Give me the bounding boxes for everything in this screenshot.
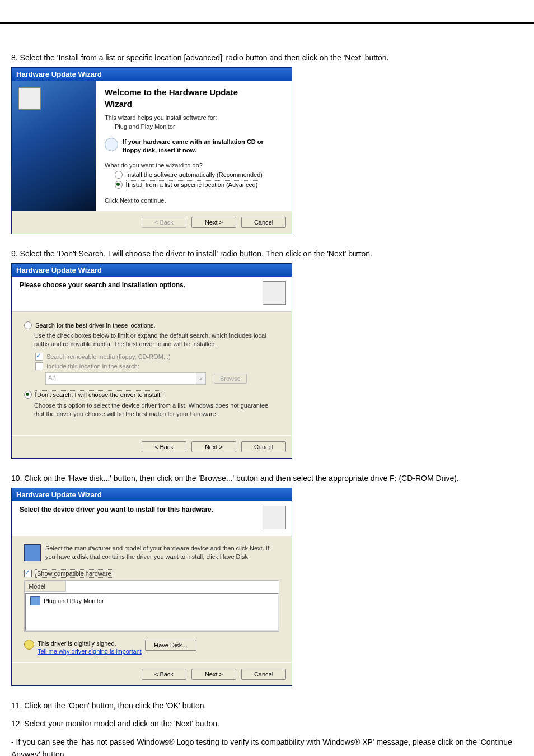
radio-dont-search-label: Don't search. I will choose the driver t… bbox=[35, 390, 163, 399]
path-input: A:\ bbox=[45, 372, 196, 385]
next-button[interactable]: Next > bbox=[191, 217, 236, 228]
radio-icon bbox=[115, 181, 123, 189]
step-8: 8. Select the 'Install from a list or sp… bbox=[11, 52, 523, 64]
model-column-header: Model bbox=[25, 581, 66, 592]
welcome-heading-1: Welcome to the Hardware Update bbox=[105, 87, 283, 97]
dont-search-sub-text: Choose this option to select the device … bbox=[34, 402, 279, 418]
device-name: Plug and Play Monitor bbox=[115, 123, 283, 130]
signed-text: This driver is digitally signed. bbox=[38, 640, 142, 647]
cancel-button[interactable]: Cancel bbox=[241, 669, 286, 680]
dialog-header: Please choose your search and installati… bbox=[20, 281, 185, 289]
step-10: 10. Click on the 'Have disk...' button, … bbox=[11, 472, 523, 484]
insert-cd-note: If your hardware came with an installati… bbox=[123, 138, 283, 154]
next-button[interactable]: Next > bbox=[191, 669, 236, 680]
why-signing-link[interactable]: Tell me why driver signing is important bbox=[38, 648, 142, 655]
have-disk-button[interactable]: Have Disk... bbox=[145, 640, 196, 651]
step-11: 11. Click on the 'Open' button, then cli… bbox=[11, 699, 523, 712]
step-9: 9. Select the 'Don't Search. I will choo… bbox=[11, 248, 523, 260]
back-button: < Back bbox=[142, 217, 186, 228]
helps-text: This wizard helps you install software f… bbox=[105, 114, 283, 121]
wizard-welcome-dialog: Hardware Update Wizard Welcome to the Ha… bbox=[11, 67, 292, 234]
path-dropdown-button: v bbox=[196, 372, 206, 385]
chip-icon bbox=[18, 87, 41, 110]
chip-icon bbox=[263, 506, 286, 529]
checkbox-icon bbox=[35, 353, 43, 361]
radio-advanced-label: Install from a list or specific location… bbox=[126, 180, 259, 189]
titlebar: Hardware Update Wizard bbox=[12, 488, 292, 501]
driver-list[interactable]: Model Plug and Play Monitor bbox=[24, 580, 279, 632]
wizard-search-options-dialog: Hardware Update Wizard Please choose you… bbox=[11, 263, 292, 458]
driver-item-label: Plug and Play Monitor bbox=[44, 598, 104, 604]
checkbox-icon bbox=[24, 570, 32, 577]
check-removable-label: Search removable media (floppy, CD-ROM..… bbox=[46, 353, 171, 360]
browse-button: Browse bbox=[214, 374, 247, 384]
cancel-button[interactable]: Cancel bbox=[241, 441, 286, 452]
signed-icon bbox=[24, 640, 34, 650]
back-button[interactable]: < Back bbox=[142, 441, 186, 452]
radio-advanced-install[interactable]: Install from a list or specific location… bbox=[115, 180, 283, 189]
step-12-note: - If you can see the 'has not passed Win… bbox=[11, 736, 523, 756]
check-removable-media: Search removable media (floppy, CD-ROM..… bbox=[35, 353, 279, 361]
device-icon bbox=[24, 544, 41, 561]
step-12: 12. Select your monitor model and click … bbox=[11, 717, 523, 730]
radio-icon bbox=[24, 321, 32, 329]
radio-auto-install[interactable]: Install the software automatically (Reco… bbox=[115, 171, 283, 179]
radio-dont-search[interactable]: Don't search. I will choose the driver t… bbox=[24, 390, 279, 399]
what-do-text: What do you want the wizard to do? bbox=[105, 162, 283, 169]
monitor-icon bbox=[30, 596, 40, 605]
show-compatible-label: Show compatible hardware bbox=[35, 569, 113, 578]
titlebar: Hardware Update Wizard bbox=[12, 264, 292, 277]
wizard-sidebar-graphic bbox=[12, 81, 96, 211]
chip-icon bbox=[263, 281, 286, 305]
select-driver-sub: Select the manufacturer and model of you… bbox=[45, 544, 279, 561]
radio-icon bbox=[115, 171, 123, 179]
wizard-select-driver-dialog: Hardware Update Wizard Select the device… bbox=[11, 488, 292, 686]
check-show-compatible[interactable]: Show compatible hardware bbox=[24, 569, 279, 578]
dialog-header: Select the device driver you want to ins… bbox=[20, 506, 213, 514]
next-button[interactable]: Next > bbox=[191, 441, 236, 452]
cancel-button[interactable]: Cancel bbox=[241, 217, 286, 228]
radio-search-best[interactable]: Search for the best driver in these loca… bbox=[24, 321, 279, 329]
info-icon bbox=[105, 138, 118, 151]
checkbox-icon bbox=[35, 362, 43, 370]
check-include-label: Include this location in the search: bbox=[46, 363, 139, 370]
search-sub-text: Use the check boxes below to limit or ex… bbox=[34, 332, 279, 348]
titlebar: Hardware Update Wizard bbox=[12, 68, 292, 81]
radio-icon bbox=[24, 391, 32, 399]
click-next-text: Click Next to continue. bbox=[105, 197, 283, 204]
radio-auto-label: Install the software automatically (Reco… bbox=[126, 171, 263, 178]
back-button[interactable]: < Back bbox=[142, 669, 186, 680]
welcome-heading-2: Wizard bbox=[105, 99, 283, 109]
driver-list-item[interactable]: Plug and Play Monitor bbox=[28, 595, 275, 606]
check-include-location: Include this location in the search: bbox=[35, 362, 279, 370]
radio-search-label: Search for the best driver in these loca… bbox=[35, 322, 156, 329]
